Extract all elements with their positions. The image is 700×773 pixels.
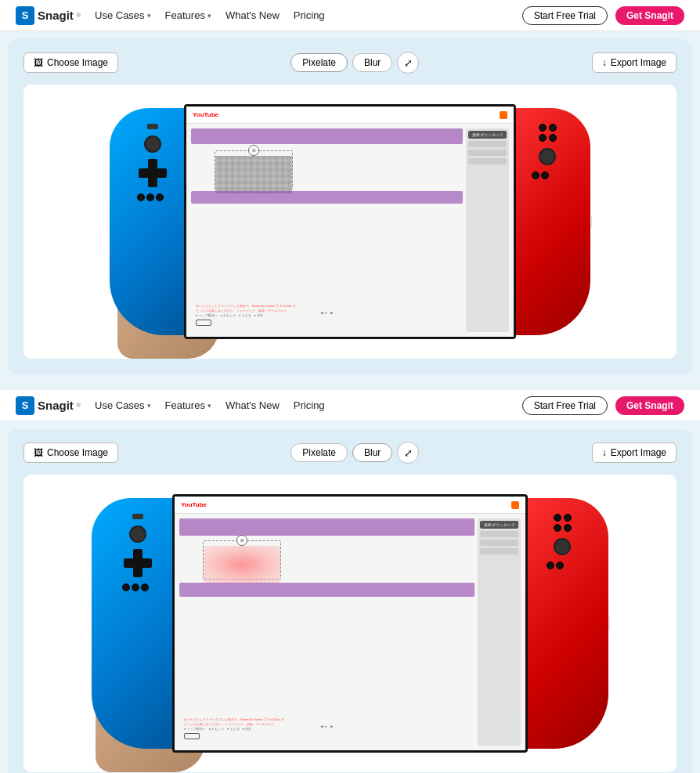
screen-header-2: YouTube <box>175 497 525 514</box>
nav-use-cases-2[interactable]: Use Cases ▾ <box>95 399 151 411</box>
logo-icon-2: S <box>16 396 34 415</box>
screen-main-2: ✕ ◀ ●▶ ゆったりとしたリラックスした気分で、Nint <box>179 518 474 746</box>
nintendo-switch-image-1: YouTube ✕ <box>110 92 590 351</box>
nav-use-cases[interactable]: Use Cases ▾ <box>95 9 151 21</box>
image-container-1: YouTube ✕ <box>23 85 677 359</box>
start-free-trial-button-2[interactable]: Start Free Trial <box>522 396 608 415</box>
chevron-down-icon-2: ▾ <box>147 402 151 410</box>
export-image-button-2[interactable]: ↓ Export Image <box>592 442 677 463</box>
image-container-2: YouTube ✕ <box>23 475 677 772</box>
logo-2: S Snagit ® <box>16 396 81 415</box>
minus-button-2 <box>132 514 143 519</box>
screen-sidebar-1: 無料ダウンロード <box>466 128 509 332</box>
start-free-trial-button[interactable]: Start Free Trial <box>522 6 608 25</box>
image-icon: 🖼 <box>34 57 43 68</box>
blurred-area-2 <box>204 546 280 583</box>
left-joycon <box>110 108 196 335</box>
blur-selection-2: ✕ <box>203 540 281 580</box>
logo-text: Snagit <box>38 9 74 22</box>
filter-buttons-1: Pixelate Blur ⤢ <box>118 52 592 74</box>
panel-2: 🖼 Choose Image Pixelate Blur ⤢ ↓ Export … <box>8 429 692 773</box>
screen-body-1: ✕ ◀ ●▶ ゆったりとしたリラックスした気分で、Nint <box>186 124 514 337</box>
switch-screen-1: YouTube ✕ <box>184 104 516 339</box>
panel-1: 🖼 Choose Image Pixelate Blur ⤢ ↓ Export … <box>8 39 692 374</box>
nav-actions: Start Free Trial Get Snagit <box>522 6 684 25</box>
screen-body-2: ✕ ◀ ●▶ ゆったりとしたリラックスした気分で、Nint <box>175 514 525 750</box>
youtube-logo-2: YouTube <box>181 501 207 508</box>
left-extra-buttons <box>137 193 168 201</box>
japanese-text-2: ゆったりとしたリラックスした気分で、Nintendo Switch で YouT… <box>184 717 470 739</box>
resize-icon: ⤢ <box>404 57 413 69</box>
screen-sidebar-2: 無料ダウンロード <box>478 518 521 746</box>
close-handle-1: ✕ <box>248 145 259 156</box>
right-stick-2 <box>554 538 571 555</box>
image-icon-2: 🖼 <box>34 447 43 458</box>
filter-buttons-2: Pixelate Blur ⤢ <box>118 442 592 464</box>
choose-image-button-2[interactable]: 🖼 Choose Image <box>23 442 118 463</box>
nav-whats-new-2[interactable]: What's New <box>226 399 280 411</box>
toolbar-1: 🖼 Choose Image Pixelate Blur ⤢ ↓ Export … <box>23 52 677 74</box>
dpad <box>139 159 167 187</box>
joycon-right-controls-2 <box>516 498 608 749</box>
blur-button-2[interactable]: Blur <box>352 443 392 462</box>
nav-actions-2: Start Free Trial Get Snagit <box>522 396 684 415</box>
resize-icon-button-2[interactable]: ⤢ <box>397 442 419 464</box>
right-extra-buttons <box>532 172 563 179</box>
download-icon: ↓ <box>602 57 607 68</box>
right-extra-buttons-2 <box>547 562 578 569</box>
screen-main-1: ✕ ◀ ●▶ ゆったりとしたリラックスした気分で、Nint <box>191 128 463 332</box>
logo-icon: S <box>16 6 34 25</box>
left-stick <box>144 135 161 153</box>
pixelate-button-1[interactable]: Pixelate <box>290 53 348 72</box>
get-snagit-button-2[interactable]: Get Snagit <box>615 396 684 415</box>
pixelate-selection-1: ✕ <box>215 150 293 190</box>
screen-content-1: YouTube ✕ <box>186 107 514 337</box>
resize-icon-button-1[interactable]: ⤢ <box>397 52 419 74</box>
left-extra-buttons-2 <box>122 583 153 591</box>
right-joycon <box>504 108 590 335</box>
joycon-right-controls <box>504 108 590 335</box>
resize-icon-2: ⤢ <box>404 447 413 459</box>
minus-button <box>147 124 158 129</box>
screen-content-2: YouTube ✕ <box>175 497 525 750</box>
right-joycon-2 <box>516 498 608 749</box>
blur-button-1[interactable]: Blur <box>352 53 392 72</box>
nintendo-switch-image-2: YouTube ✕ <box>92 482 608 764</box>
left-stick-2 <box>129 526 146 543</box>
screen-header-1: YouTube <box>186 107 514 124</box>
abxy-buttons-2 <box>554 514 572 532</box>
export-image-button-1[interactable]: ↓ Export Image <box>592 52 677 73</box>
x-icon-2: ✕ <box>236 535 247 546</box>
logo-text-2: Snagit <box>38 399 74 412</box>
nav-whats-new[interactable]: What's New <box>226 9 280 21</box>
toolbar-2: 🖼 Choose Image Pixelate Blur ⤢ ↓ Export … <box>23 442 677 464</box>
nav-features[interactable]: Features ▾ <box>165 9 211 21</box>
navbar: S Snagit ® Use Cases ▾ Features ▾ What's… <box>0 0 700 31</box>
pixelate-button-2[interactable]: Pixelate <box>290 443 348 462</box>
choose-image-button-1[interactable]: 🖼 Choose Image <box>23 52 118 73</box>
close-handle-2: ✕ <box>236 535 247 546</box>
joycon-left-controls-2 <box>92 498 184 749</box>
pixelated-area-1 <box>215 156 292 193</box>
nav-links-2: Use Cases ▾ Features ▾ What's New Pricin… <box>95 399 508 411</box>
get-snagit-button[interactable]: Get Snagit <box>615 6 684 25</box>
chevron-down-icon: ▾ <box>207 12 211 20</box>
left-joycon-2 <box>92 498 184 749</box>
nav-links: Use Cases ▾ Features ▾ What's New Pricin… <box>95 9 508 21</box>
nav-pricing-2[interactable]: Pricing <box>294 399 325 411</box>
download-icon-2: ↓ <box>602 447 607 458</box>
x-icon-1: ✕ <box>248 145 259 156</box>
japanese-text-1: ゆったりとしたリラックスした気分で、Nintendo Switch で YouT… <box>196 304 458 326</box>
right-stick <box>539 148 556 165</box>
switch-screen-2: YouTube ✕ <box>172 494 528 753</box>
chevron-down-icon: ▾ <box>147 12 151 20</box>
logo: S Snagit ® <box>16 6 81 25</box>
navbar-2: S Snagit ® Use Cases ▾ Features ▾ What's… <box>0 390 700 421</box>
joycon-left-controls <box>110 108 196 335</box>
chevron-down-icon-3: ▾ <box>207 402 211 410</box>
abxy-buttons <box>539 124 557 142</box>
dpad-2 <box>124 549 152 577</box>
nav-features-2[interactable]: Features ▾ <box>165 399 211 411</box>
youtube-logo: YouTube <box>193 111 218 118</box>
nav-pricing[interactable]: Pricing <box>294 9 325 21</box>
